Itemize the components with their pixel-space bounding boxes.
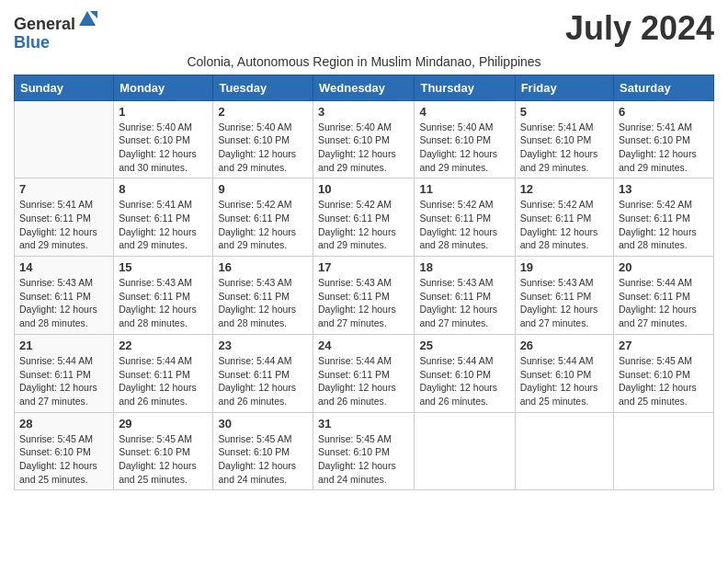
day-number: 23 (218, 339, 308, 352)
calendar-cell: 9Sunrise: 5:42 AMSunset: 6:11 PMDaylight… (213, 178, 313, 257)
day-number: 3 (318, 105, 409, 119)
calendar-cell: 5Sunrise: 5:41 AMSunset: 6:10 PMDaylight… (515, 100, 613, 178)
cell-info: Sunrise: 5:45 AMSunset: 6:10 PMDaylight:… (318, 432, 409, 487)
weekday-header-sunday: Sunday (15, 75, 114, 100)
cell-info: Sunrise: 5:42 AMSunset: 6:11 PMDaylight:… (218, 198, 308, 252)
svg-marker-1 (90, 11, 97, 18)
day-number: 31 (318, 417, 409, 431)
day-number: 26 (520, 339, 609, 352)
calendar-cell: 10Sunrise: 5:42 AMSunset: 6:11 PMDayligh… (313, 178, 415, 257)
calendar-cell: 23Sunrise: 5:44 AMSunset: 6:11 PMDayligh… (213, 334, 313, 412)
cell-info: Sunrise: 5:44 AMSunset: 6:11 PMDaylight:… (19, 354, 108, 408)
calendar-week-row: 7Sunrise: 5:41 AMSunset: 6:11 PMDaylight… (15, 178, 714, 257)
calendar-week-row: 28Sunrise: 5:45 AMSunset: 6:10 PMDayligh… (15, 412, 714, 490)
cell-info: Sunrise: 5:44 AMSunset: 6:11 PMDaylight:… (119, 354, 208, 408)
calendar-week-row: 1Sunrise: 5:40 AMSunset: 6:10 PMDaylight… (15, 100, 714, 178)
logo: General Blue (14, 9, 97, 52)
calendar-cell: 8Sunrise: 5:41 AMSunset: 6:11 PMDaylight… (114, 178, 213, 257)
day-number: 17 (318, 260, 409, 274)
calendar-cell: 4Sunrise: 5:40 AMSunset: 6:10 PMDaylight… (415, 100, 515, 178)
cell-info: Sunrise: 5:41 AMSunset: 6:10 PMDaylight:… (520, 121, 609, 175)
month-title: July 2024 (565, 9, 714, 48)
calendar-cell: 11Sunrise: 5:42 AMSunset: 6:11 PMDayligh… (415, 178, 515, 257)
cell-info: Sunrise: 5:42 AMSunset: 6:11 PMDaylight:… (318, 198, 409, 252)
logo-icon (77, 9, 97, 29)
calendar-cell: 16Sunrise: 5:43 AMSunset: 6:11 PMDayligh… (213, 257, 313, 335)
day-number: 28 (19, 417, 108, 431)
calendar-cell: 1Sunrise: 5:40 AMSunset: 6:10 PMDaylight… (114, 100, 213, 178)
cell-info: Sunrise: 5:45 AMSunset: 6:10 PMDaylight:… (619, 354, 709, 408)
calendar-cell: 28Sunrise: 5:45 AMSunset: 6:10 PMDayligh… (15, 412, 114, 490)
day-number: 13 (619, 182, 709, 196)
day-number: 30 (218, 417, 308, 431)
calendar-subtitle: Colonia, Autonomous Region in Muslim Min… (14, 54, 714, 69)
day-number: 2 (218, 105, 308, 119)
calendar-cell: 13Sunrise: 5:42 AMSunset: 6:11 PMDayligh… (614, 178, 714, 257)
cell-info: Sunrise: 5:43 AMSunset: 6:11 PMDaylight:… (520, 276, 609, 330)
calendar-cell: 15Sunrise: 5:43 AMSunset: 6:11 PMDayligh… (114, 257, 213, 335)
cell-info: Sunrise: 5:43 AMSunset: 6:11 PMDaylight:… (318, 276, 409, 330)
weekday-header-tuesday: Tuesday (213, 75, 313, 100)
calendar-cell (15, 100, 114, 178)
calendar-cell: 27Sunrise: 5:45 AMSunset: 6:10 PMDayligh… (614, 334, 714, 412)
calendar-cell: 24Sunrise: 5:44 AMSunset: 6:11 PMDayligh… (313, 334, 415, 412)
day-number: 4 (419, 105, 509, 119)
cell-info: Sunrise: 5:43 AMSunset: 6:11 PMDaylight:… (19, 276, 108, 330)
cell-info: Sunrise: 5:45 AMSunset: 6:10 PMDaylight:… (218, 432, 308, 487)
cell-info: Sunrise: 5:43 AMSunset: 6:11 PMDaylight:… (419, 276, 509, 330)
calendar-cell (614, 412, 714, 490)
cell-info: Sunrise: 5:41 AMSunset: 6:11 PMDaylight:… (19, 198, 108, 252)
calendar-cell: 25Sunrise: 5:44 AMSunset: 6:10 PMDayligh… (415, 334, 515, 412)
day-number: 7 (19, 182, 108, 196)
calendar-cell (515, 412, 613, 490)
day-number: 20 (619, 260, 709, 274)
day-number: 24 (318, 339, 409, 352)
day-number: 22 (119, 339, 208, 352)
day-number: 8 (119, 182, 208, 196)
calendar-cell: 22Sunrise: 5:44 AMSunset: 6:11 PMDayligh… (114, 334, 213, 412)
weekday-header-thursday: Thursday (415, 75, 515, 100)
calendar-week-row: 14Sunrise: 5:43 AMSunset: 6:11 PMDayligh… (15, 257, 714, 335)
calendar-cell: 21Sunrise: 5:44 AMSunset: 6:11 PMDayligh… (15, 334, 114, 412)
weekday-header-monday: Monday (114, 75, 213, 100)
calendar-cell: 17Sunrise: 5:43 AMSunset: 6:11 PMDayligh… (313, 257, 415, 335)
calendar-cell: 2Sunrise: 5:40 AMSunset: 6:10 PMDaylight… (213, 100, 313, 178)
cell-info: Sunrise: 5:41 AMSunset: 6:11 PMDaylight:… (119, 198, 208, 252)
calendar-cell: 20Sunrise: 5:44 AMSunset: 6:11 PMDayligh… (614, 257, 714, 335)
day-number: 25 (419, 339, 509, 352)
day-number: 27 (619, 339, 709, 352)
day-number: 29 (119, 417, 208, 431)
cell-info: Sunrise: 5:42 AMSunset: 6:11 PMDaylight:… (619, 198, 709, 252)
day-number: 21 (19, 339, 108, 352)
calendar-cell: 6Sunrise: 5:41 AMSunset: 6:10 PMDaylight… (614, 100, 714, 178)
calendar-cell: 18Sunrise: 5:43 AMSunset: 6:11 PMDayligh… (415, 257, 515, 335)
weekday-header-saturday: Saturday (614, 75, 714, 100)
cell-info: Sunrise: 5:44 AMSunset: 6:11 PMDaylight:… (318, 354, 409, 408)
cell-info: Sunrise: 5:44 AMSunset: 6:10 PMDaylight:… (520, 354, 609, 408)
calendar-cell: 3Sunrise: 5:40 AMSunset: 6:10 PMDaylight… (313, 100, 415, 178)
day-number: 5 (520, 105, 609, 119)
calendar-cell (415, 412, 515, 490)
page-header: General Blue July 2024 (14, 9, 714, 52)
cell-info: Sunrise: 5:43 AMSunset: 6:11 PMDaylight:… (119, 276, 208, 330)
calendar-cell: 12Sunrise: 5:42 AMSunset: 6:11 PMDayligh… (515, 178, 613, 257)
calendar-cell: 7Sunrise: 5:41 AMSunset: 6:11 PMDaylight… (15, 178, 114, 257)
day-number: 12 (520, 182, 609, 196)
day-number: 6 (619, 105, 709, 119)
cell-info: Sunrise: 5:44 AMSunset: 6:11 PMDaylight:… (218, 354, 308, 408)
day-number: 10 (318, 182, 409, 196)
day-number: 15 (119, 260, 208, 274)
cell-info: Sunrise: 5:41 AMSunset: 6:10 PMDaylight:… (619, 121, 709, 175)
cell-info: Sunrise: 5:40 AMSunset: 6:10 PMDaylight:… (318, 121, 409, 175)
cell-info: Sunrise: 5:44 AMSunset: 6:11 PMDaylight:… (619, 276, 709, 330)
calendar-week-row: 21Sunrise: 5:44 AMSunset: 6:11 PMDayligh… (15, 334, 714, 412)
cell-info: Sunrise: 5:40 AMSunset: 6:10 PMDaylight:… (218, 121, 308, 175)
calendar-cell: 31Sunrise: 5:45 AMSunset: 6:10 PMDayligh… (313, 412, 415, 490)
day-number: 16 (218, 260, 308, 274)
day-number: 11 (419, 182, 509, 196)
weekday-header-friday: Friday (515, 75, 613, 100)
calendar-table: SundayMondayTuesdayWednesdayThursdayFrid… (14, 75, 714, 491)
calendar-cell: 26Sunrise: 5:44 AMSunset: 6:10 PMDayligh… (515, 334, 613, 412)
day-number: 9 (218, 182, 308, 196)
day-number: 14 (19, 260, 108, 274)
